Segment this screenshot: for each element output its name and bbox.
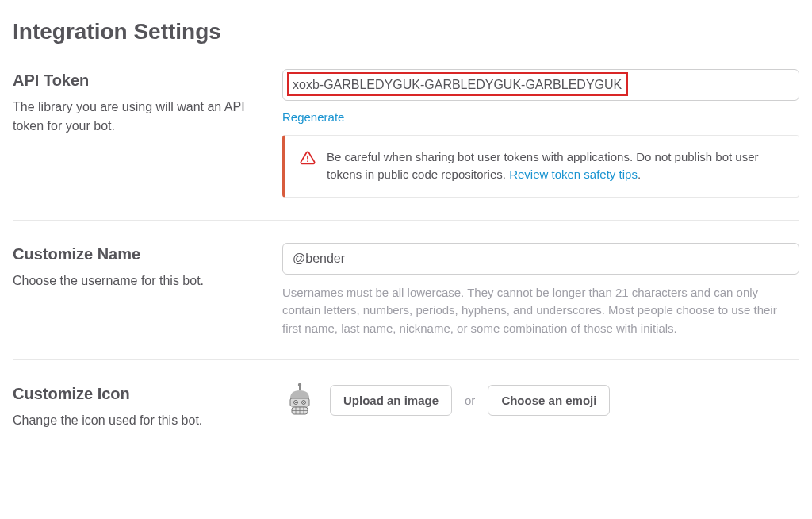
api-token-heading: API Token [13, 69, 263, 91]
warning-icon [300, 150, 316, 166]
customize-icon-section: Customize Name Customize Icon Change the… [13, 383, 799, 452]
api-token-section: API Token The library you are using will… [13, 69, 799, 219]
choose-emoji-button[interactable]: Choose an emoji [488, 385, 610, 416]
svg-rect-3 [299, 386, 301, 390]
divider [13, 359, 799, 360]
upload-image-button[interactable]: Upload an image [330, 385, 452, 416]
regenerate-link[interactable]: Regenerate [282, 109, 344, 125]
svg-point-6 [295, 402, 297, 403]
username-input[interactable] [282, 243, 799, 275]
page-title: Integration Settings [13, 16, 799, 47]
api-token-description: The library you are using will want an A… [13, 98, 263, 136]
username-help-text: Usernames must be all lowercase. They ca… [282, 284, 799, 338]
customize-name-heading: Customize Name [13, 243, 263, 265]
api-token-input[interactable] [282, 69, 799, 101]
customize-name-description: Choose the username for this bot. [13, 271, 263, 290]
token-warning-text: Be careful when sharing bot user tokens … [327, 148, 784, 184]
customize-icon-description: Change the icon used for this bot. [13, 411, 263, 430]
token-warning-box: Be careful when sharing bot user tokens … [282, 135, 799, 198]
svg-point-8 [303, 402, 304, 403]
customize-name-section: Customize Name Choose the username for t… [13, 243, 799, 360]
or-separator: or [465, 392, 475, 409]
bot-avatar-icon [282, 383, 317, 417]
divider [13, 220, 799, 221]
svg-rect-4 [290, 398, 309, 406]
token-safety-link[interactable]: Review token safety tips [509, 167, 638, 181]
customize-icon-heading: Customize Icon [13, 383, 263, 405]
